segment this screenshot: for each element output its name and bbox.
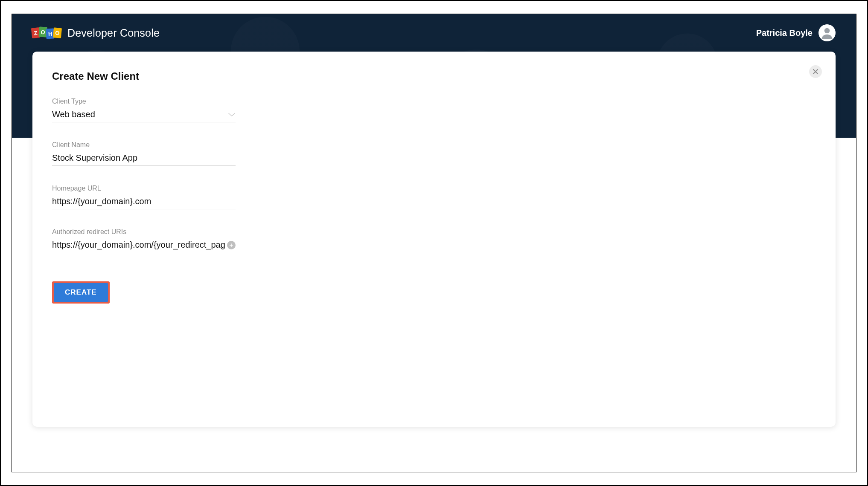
client-type-group: Client Type Web based bbox=[52, 98, 236, 122]
client-name-group: Client Name bbox=[52, 141, 236, 166]
close-button[interactable] bbox=[809, 65, 822, 78]
avatar[interactable] bbox=[818, 24, 836, 41]
client-name-input[interactable] bbox=[52, 153, 236, 163]
add-redirect-uri-button[interactable]: + bbox=[227, 241, 236, 249]
zoho-logo: Z O H O bbox=[32, 28, 61, 38]
redirect-uris-group: Authorized redirect URIs + bbox=[52, 228, 236, 252]
create-button-highlight: CREATE bbox=[52, 281, 110, 304]
client-type-select[interactable]: Web based bbox=[52, 110, 236, 122]
close-icon bbox=[813, 69, 818, 74]
plus-icon: + bbox=[230, 242, 233, 248]
client-type-label: Client Type bbox=[52, 98, 236, 105]
outer-frame: Z O H O Developer Console Patricia Boyle bbox=[0, 0, 868, 486]
user-silhouette-icon bbox=[821, 26, 833, 39]
svg-point-0 bbox=[824, 28, 830, 34]
homepage-url-group: Homepage URL bbox=[52, 185, 236, 209]
logo-group: Z O H O Developer Console bbox=[32, 27, 160, 39]
create-client-card: Create New Client Client Type Web based … bbox=[32, 52, 836, 427]
app-title: Developer Console bbox=[67, 27, 160, 39]
header: Z O H O Developer Console Patricia Boyle bbox=[12, 14, 856, 52]
logo-letter-o2: O bbox=[53, 27, 62, 38]
create-button[interactable]: CREATE bbox=[54, 283, 108, 302]
redirect-uris-label: Authorized redirect URIs bbox=[52, 228, 236, 236]
client-name-label: Client Name bbox=[52, 141, 236, 149]
homepage-url-label: Homepage URL bbox=[52, 185, 236, 192]
chevron-down-icon bbox=[228, 112, 236, 117]
user-name: Patricia Boyle bbox=[756, 28, 813, 38]
redirect-uri-input[interactable] bbox=[52, 240, 225, 250]
app-window: Z O H O Developer Console Patricia Boyle bbox=[12, 14, 856, 472]
user-area[interactable]: Patricia Boyle bbox=[756, 24, 836, 41]
card-title: Create New Client bbox=[52, 70, 816, 82]
homepage-url-input[interactable] bbox=[52, 197, 236, 206]
client-type-value: Web based bbox=[52, 110, 228, 119]
